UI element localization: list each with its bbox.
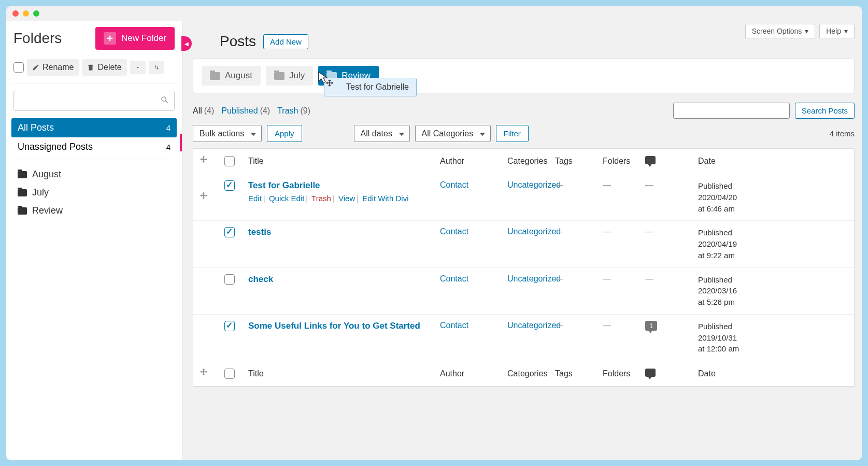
row-checkbox[interactable] xyxy=(224,274,235,285)
category-link[interactable]: Uncategorized xyxy=(507,274,561,283)
comments-dash: — xyxy=(645,227,653,236)
plus-icon: + xyxy=(104,32,116,45)
close-window-icon[interactable] xyxy=(12,10,19,17)
author-link[interactable]: Contact xyxy=(440,321,468,330)
sidebar-folder-august[interactable]: August xyxy=(11,165,177,183)
search-posts-input[interactable] xyxy=(673,103,790,119)
screen-options-label: Screen Options xyxy=(752,27,802,35)
move-icon[interactable] xyxy=(198,191,209,202)
chevron-down-icon: ▾ xyxy=(844,27,848,35)
category-link[interactable]: Uncategorized xyxy=(507,321,561,330)
author-link[interactable]: Contact xyxy=(440,274,468,283)
col-tags: Tags xyxy=(555,369,603,378)
action-bar: Bulk actions Apply All dates All Categor… xyxy=(191,125,862,148)
col-author: Author xyxy=(440,157,507,166)
collapse-sidebar-button[interactable] xyxy=(181,36,192,51)
col-title[interactable]: Title xyxy=(248,157,440,166)
screen-options-button[interactable]: Screen Options ▾ xyxy=(745,24,816,38)
new-folder-button[interactable]: + New Folder xyxy=(95,27,175,50)
status-trash[interactable]: Trash xyxy=(277,106,298,116)
view-action[interactable]: View xyxy=(338,194,355,203)
trash-action[interactable]: Trash xyxy=(311,194,331,203)
date-cell: Published2020/03/16at 5:26 pm xyxy=(698,274,755,308)
select-all-folders-checkbox[interactable] xyxy=(13,62,24,73)
post-title-link[interactable]: testis xyxy=(248,227,271,237)
chevron-down-icon xyxy=(135,64,141,70)
folder-tabs: August July Review Test for xyxy=(193,58,855,93)
rename-button[interactable]: Rename xyxy=(27,59,79,76)
col-date[interactable]: Date xyxy=(698,369,755,378)
categories-select[interactable]: All Categories xyxy=(415,125,491,142)
resize-indicator[interactable] xyxy=(180,134,182,151)
col-date[interactable]: Date xyxy=(698,157,755,166)
search-icon xyxy=(160,95,169,107)
add-new-button[interactable]: Add New xyxy=(263,34,308,49)
select-all-checkbox-footer[interactable] xyxy=(224,369,235,379)
apply-button[interactable]: Apply xyxy=(267,125,302,142)
edit-divi-action[interactable]: Edit With Divi xyxy=(362,194,408,203)
delete-label: Delete xyxy=(97,63,121,72)
sidebar-item-unassigned[interactable]: Unassigned Posts 4 xyxy=(11,137,177,157)
bulk-actions-select[interactable]: Bulk actions xyxy=(193,125,262,142)
folder-tab-august[interactable]: August xyxy=(202,66,261,86)
help-label: Help xyxy=(826,27,841,35)
sidebar: Folders + New Folder Rename Delete xyxy=(6,21,182,460)
folder-nav-count: 4 xyxy=(166,123,170,132)
table-row: Test for Gabrielle Edit| Quick Edit| Tra… xyxy=(193,174,854,221)
search-posts-group: Search Posts xyxy=(673,103,855,119)
dates-select[interactable]: All dates xyxy=(354,125,410,142)
sort-button[interactable] xyxy=(149,61,164,74)
folder-tab-july[interactable]: July xyxy=(266,66,313,86)
folder-search-input[interactable] xyxy=(13,91,175,111)
status-links: All (4) Published (4) Trash (9) xyxy=(193,106,310,116)
post-title-link[interactable]: check xyxy=(248,274,273,284)
folder-tab-label: August xyxy=(225,70,252,81)
help-button[interactable]: Help ▾ xyxy=(819,24,855,38)
status-trash-count: (9) xyxy=(301,106,311,116)
tags-cell: — xyxy=(555,274,563,283)
sidebar-folder-review[interactable]: Review xyxy=(11,202,177,220)
comment-count-badge[interactable]: 1 xyxy=(645,321,657,331)
row-checkbox[interactable] xyxy=(224,180,235,191)
col-tags: Tags xyxy=(555,157,603,166)
filter-button[interactable]: Filter xyxy=(496,125,529,142)
row-checkbox[interactable] xyxy=(224,227,235,237)
move-icon xyxy=(198,155,209,165)
select-all-checkbox[interactable] xyxy=(224,156,235,166)
search-posts-button[interactable]: Search Posts xyxy=(795,103,855,119)
post-title-link[interactable]: Test for Gabrielle xyxy=(248,180,320,190)
col-author: Author xyxy=(440,369,507,378)
edit-action[interactable]: Edit xyxy=(248,194,262,203)
minimize-window-icon[interactable] xyxy=(23,10,29,17)
trash-icon xyxy=(87,64,94,71)
drag-column-header xyxy=(198,155,224,167)
col-folders: Folders xyxy=(603,369,645,378)
sidebar-item-all-posts[interactable]: All Posts 4 xyxy=(11,118,177,137)
sidebar-toolbar: Rename Delete xyxy=(10,57,178,83)
folder-nav-label: Unassigned Posts xyxy=(18,142,93,152)
pencil-icon xyxy=(32,64,39,71)
author-link[interactable]: Contact xyxy=(440,180,468,189)
post-title-link[interactable]: Some Useful Links for You to Get Started xyxy=(248,321,420,331)
author-link[interactable]: Contact xyxy=(440,227,468,236)
expand-button[interactable] xyxy=(130,61,146,74)
sidebar-folder-july[interactable]: July xyxy=(11,183,177,202)
status-filter-bar: All (4) Published (4) Trash (9) Search P… xyxy=(191,93,862,125)
content-area: Screen Options ▾ Help ▾ Posts Add New Au… xyxy=(182,21,862,460)
status-all[interactable]: All xyxy=(193,106,202,116)
tags-cell: — xyxy=(555,227,563,236)
status-published[interactable]: Published xyxy=(221,106,258,116)
folder-label: August xyxy=(32,169,61,180)
maximize-window-icon[interactable] xyxy=(33,10,39,17)
quick-edit-action[interactable]: Quick Edit xyxy=(269,194,304,203)
folder-search-wrap xyxy=(13,91,175,111)
folder-icon xyxy=(18,171,27,178)
category-link[interactable]: Uncategorized xyxy=(507,227,561,236)
rename-label: Rename xyxy=(42,63,74,72)
delete-button[interactable]: Delete xyxy=(82,59,126,76)
row-checkbox[interactable] xyxy=(224,321,235,331)
category-link[interactable]: Uncategorized xyxy=(507,180,561,189)
status-published-count: (4) xyxy=(260,106,271,116)
col-title[interactable]: Title xyxy=(248,369,440,378)
drag-preview-badge: Test for Gabrielle xyxy=(324,78,417,96)
